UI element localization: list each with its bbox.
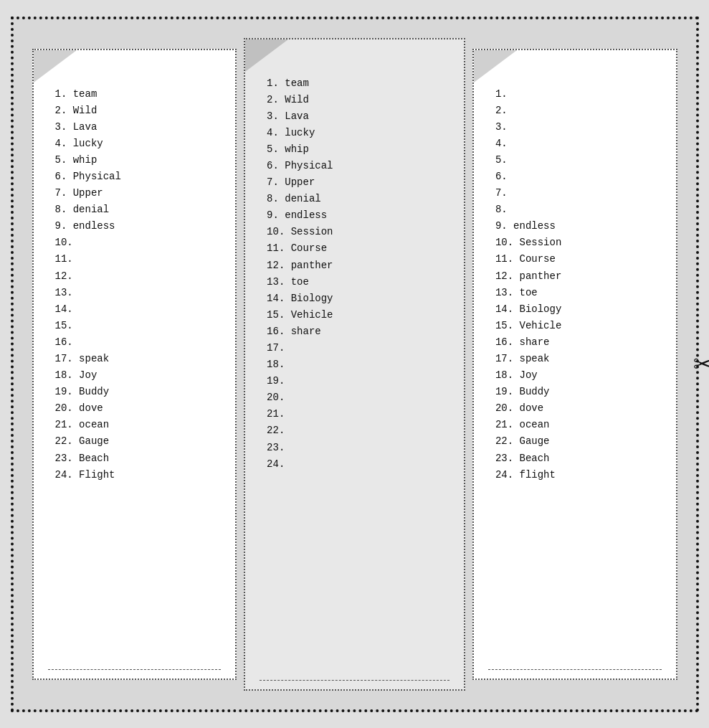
- bottom-dashes-right: [488, 669, 662, 670]
- list-item: 7. Upper: [267, 174, 449, 191]
- middle-panel-list: 1. team2. Wild3. Lava4. lucky5. whip6. P…: [267, 75, 449, 473]
- list-item: 19. Buddy: [55, 384, 222, 400]
- list-item: 17.: [267, 340, 449, 356]
- list-item: 9. endless: [55, 218, 222, 235]
- list-item: 9. endless: [267, 207, 449, 224]
- list-item: 2.: [495, 103, 662, 119]
- list-item: 3. Lava: [55, 119, 222, 136]
- list-item: 3.: [495, 119, 662, 136]
- list-item: 2. Wild: [55, 103, 222, 119]
- list-item: 24. flight: [495, 467, 662, 483]
- list-item: 16. share: [267, 323, 449, 340]
- list-item: 2. Wild: [267, 92, 449, 108]
- list-item: 8. denial: [267, 191, 449, 207]
- bottom-dashes-left: [48, 669, 222, 670]
- list-item: 12.: [55, 268, 222, 285]
- list-item: 22.: [267, 422, 449, 439]
- list-item: 16. share: [495, 334, 662, 351]
- list-item: 19.: [267, 373, 449, 389]
- outer-border: 1. team2. Wild3. Lava4. lucky5. whip6. P…: [11, 16, 699, 712]
- list-item: 11.: [55, 251, 222, 268]
- list-item: 17. speak: [495, 351, 662, 367]
- list-item: 13. toe: [267, 274, 449, 290]
- list-item: 14. Biology: [495, 301, 662, 318]
- list-item: 21. ocean: [495, 417, 662, 433]
- list-item: 24.: [267, 456, 449, 473]
- list-item: 22. Gauge: [495, 433, 662, 450]
- scissors-icon: ✂: [693, 346, 709, 383]
- left-panel: 1. team2. Wild3. Lava4. lucky5. whip6. P…: [32, 49, 237, 680]
- list-item: 7.: [495, 185, 662, 202]
- list-item: 23. Beach: [55, 450, 222, 467]
- list-item: 1.: [495, 86, 662, 103]
- list-item: 4. lucky: [55, 136, 222, 152]
- list-item: 4. lucky: [267, 125, 449, 141]
- list-item: 20.: [267, 389, 449, 406]
- list-item: 13. toe: [495, 285, 662, 301]
- list-item: 10. Session: [495, 235, 662, 251]
- list-item: 15. Vehicle: [267, 307, 449, 323]
- list-item: 21. ocean: [55, 417, 222, 433]
- list-item: 6.: [495, 169, 662, 185]
- list-item: 12. panther: [495, 268, 662, 285]
- list-item: 1. team: [267, 75, 449, 92]
- list-item: 5. whip: [267, 141, 449, 158]
- list-item: 4.: [495, 136, 662, 152]
- list-item: 18. Joy: [55, 367, 222, 384]
- list-item: 20. dove: [495, 400, 662, 417]
- list-item: 6. Physical: [267, 158, 449, 174]
- list-item: 16.: [55, 334, 222, 351]
- list-item: 5.: [495, 152, 662, 169]
- list-item: 3. Lava: [267, 108, 449, 125]
- list-item: 5. whip: [55, 152, 222, 169]
- list-item: 14.: [55, 301, 222, 318]
- list-item: 1. team: [55, 86, 222, 103]
- middle-panel: 1. team2. Wild3. Lava4. lucky5. whip6. P…: [244, 38, 465, 691]
- list-item: 9. endless: [495, 218, 662, 235]
- fold-corner-left: [34, 50, 77, 82]
- list-item: 20. dove: [55, 400, 222, 417]
- list-item: 11. Course: [495, 251, 662, 268]
- list-item: 11. Course: [267, 240, 449, 257]
- list-item: 6. Physical: [55, 169, 222, 185]
- panels-container: 1. team2. Wild3. Lava4. lucky5. whip6. P…: [25, 34, 685, 694]
- list-item: 13.: [55, 285, 222, 301]
- right-panel-list: 1.2.3.4.5.6.7.8.9. endless10. Session11.…: [495, 86, 662, 483]
- right-panel: 1.2.3.4.5.6.7.8.9. endless10. Session11.…: [472, 49, 677, 680]
- list-item: 23.: [267, 440, 449, 456]
- list-item: 7. Upper: [55, 185, 222, 202]
- list-item: 18. Joy: [495, 367, 662, 384]
- list-item: 23. Beach: [495, 450, 662, 467]
- fold-corner-right: [474, 50, 517, 82]
- list-item: 15.: [55, 318, 222, 334]
- list-item: 10.: [55, 235, 222, 251]
- left-panel-list: 1. team2. Wild3. Lava4. lucky5. whip6. P…: [55, 86, 222, 483]
- list-item: 24. Flight: [55, 467, 222, 483]
- list-item: 14. Biology: [267, 290, 449, 307]
- list-item: 22. Gauge: [55, 433, 222, 450]
- list-item: 19. Buddy: [495, 384, 662, 400]
- list-item: 8.: [495, 202, 662, 218]
- list-item: 18.: [267, 356, 449, 373]
- list-item: 12. panther: [267, 257, 449, 274]
- list-item: 15. Vehicle: [495, 318, 662, 334]
- list-item: 21.: [267, 406, 449, 422]
- list-item: 8. denial: [55, 202, 222, 218]
- fold-corner-middle: [245, 39, 288, 72]
- list-item: 17. speak: [55, 351, 222, 367]
- bottom-dashes-middle: [260, 680, 449, 681]
- list-item: 10. Session: [267, 224, 449, 240]
